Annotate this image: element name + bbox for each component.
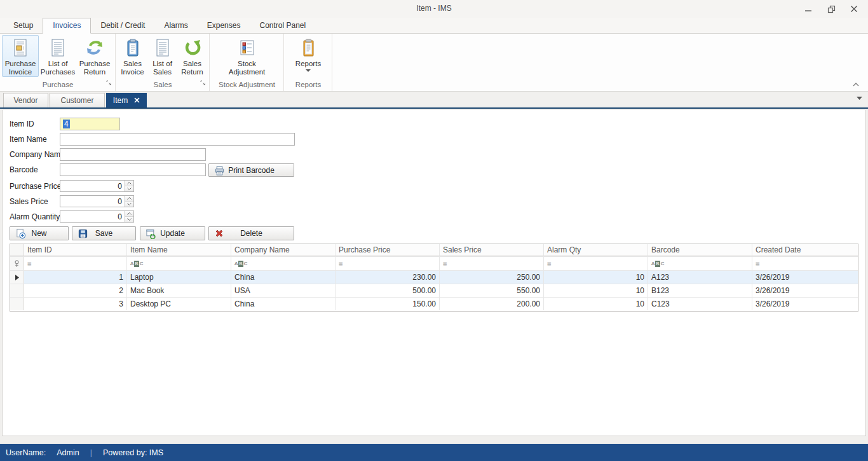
table-row[interactable]: 3 Desktop PC China 150.00 200.00 10 C123… [10,298,858,311]
ribbon-collapse-button[interactable] [850,80,862,89]
new-record-icon [15,228,26,239]
list-of-purchases-button[interactable]: List of Purchases [39,35,77,77]
item-name-field[interactable] [60,133,295,146]
cell-item-name[interactable]: Laptop [127,271,231,284]
cell-item-name[interactable]: Mac Book [127,284,231,297]
column-header-alarm-qty[interactable]: Alarm Qty [544,244,648,256]
ribbon-tab-expenses[interactable]: Expenses [198,18,250,33]
new-button[interactable]: New [10,226,69,240]
cell-barcode[interactable]: C123 [648,298,752,310]
cell-alarm-qty[interactable]: 10 [544,284,648,297]
save-icon [78,228,88,239]
ribbon-tab-setup[interactable]: Setup [4,18,43,33]
spin-down-button[interactable] [125,216,133,222]
cell-purchase-price[interactable]: 150.00 [336,298,440,310]
cell-item-name[interactable]: Desktop PC [127,298,231,310]
filter-cell-company-name[interactable]: ABC [231,257,336,270]
cell-item-id[interactable]: 1 [24,271,127,284]
cell-alarm-qty[interactable]: 10 [544,271,648,284]
company-name-label: Company Name [10,150,65,159]
column-header-sales-price[interactable]: Sales Price [440,244,544,256]
cell-company-name[interactable]: China [231,271,336,284]
alarm-quantity-field[interactable]: 0 [60,210,134,223]
status-separator: | [90,448,92,457]
print-barcode-label: Print Barcode [228,166,275,175]
sales-price-field[interactable]: 0 [60,195,134,207]
save-button[interactable]: Save [72,226,136,240]
tab-close-icon[interactable] [134,97,140,103]
restore-button[interactable] [822,1,840,17]
doc-tab-customer[interactable]: Customer [50,93,105,107]
cell-alarm-qty[interactable]: 10 [544,298,648,310]
sales-invoice-button[interactable]: Sales Invoice [118,35,147,77]
column-header-item-id[interactable]: Item ID [24,244,127,256]
filter-cell-item-name[interactable]: ABC [127,257,231,270]
filter-cell-sales-price[interactable]: = [440,257,544,270]
purchase-dialog-launcher-icon[interactable] [106,78,112,88]
column-header-barcode[interactable]: Barcode [648,244,752,256]
cell-purchase-price[interactable]: 500.00 [336,284,440,297]
column-header-purchase-price[interactable]: Purchase Price [336,244,440,256]
equals-filter-icon: = [339,260,342,268]
equals-filter-icon: = [547,260,551,268]
close-button[interactable] [845,1,863,17]
update-button[interactable]: Update [140,226,205,240]
powered-by-text: Powered by: IMS [103,448,163,457]
purchase-invoice-button[interactable]: Purchase Invoice [2,35,39,77]
filter-cell-created-date[interactable]: = [752,257,858,270]
column-header-company-name[interactable]: Company Name [231,244,336,256]
filter-cell-item-id[interactable]: = [24,257,127,270]
column-header-created-date[interactable]: Created Date [752,244,858,256]
ribbon-tab-control-panel[interactable]: Control Panel [250,18,315,33]
reports-button[interactable]: Reports [288,35,328,77]
minimize-button[interactable] [799,1,817,17]
ribbon-tab-debit-credit[interactable]: Debit / Credit [91,18,154,33]
doc-tab-item[interactable]: Item [106,93,147,107]
doc-tab-vendor[interactable]: Vendor [3,93,48,107]
purchase-return-button[interactable]: Purchase Return [77,35,112,77]
spin-up-button[interactable] [125,181,133,186]
list-of-sales-button[interactable]: List of Sales [147,35,177,77]
cell-purchase-price[interactable]: 230.00 [336,271,440,284]
document-tab-bar: Vendor Customer Item [0,92,868,109]
stock-adjustment-button[interactable]: Stock Adjustment [222,35,273,77]
cell-item-id[interactable]: 2 [24,284,127,297]
spin-down-button[interactable] [125,201,133,207]
reports-dropdown-arrow-icon [306,69,311,72]
cell-company-name[interactable]: USA [231,284,336,297]
print-barcode-button[interactable]: Print Barcode [208,163,294,177]
spin-down-button[interactable] [125,186,133,191]
barcode-field[interactable] [60,163,206,176]
cell-item-id[interactable]: 3 [24,298,127,310]
tab-list-dropdown-button[interactable] [857,91,862,102]
sales-price-value: 0 [60,196,125,207]
cell-barcode[interactable]: B123 [648,284,752,297]
ribbon-tab-invoices[interactable]: Invoices [43,18,91,34]
cell-created-date[interactable]: 3/26/2019 [752,298,858,310]
doc-tab-label: Customer [60,96,93,105]
filter-cell-barcode[interactable]: ABC [648,257,752,270]
spin-up-button[interactable] [125,196,133,201]
item-id-field[interactable]: 4 [60,118,120,130]
spin-up-button[interactable] [125,211,133,216]
table-row[interactable]: 1 Laptop China 230.00 250.00 10 A123 3/2… [10,271,858,284]
cell-barcode[interactable]: A123 [648,271,752,284]
purchase-price-field[interactable]: 0 [60,180,134,192]
cell-sales-price[interactable]: 200.00 [440,298,544,310]
cell-created-date[interactable]: 3/26/2019 [752,284,858,297]
delete-button[interactable]: Delete [208,226,294,240]
filter-cell-alarm-qty[interactable]: = [544,257,648,270]
column-header-item-name[interactable]: Item Name [127,244,231,256]
filter-cell-purchase-price[interactable]: = [336,257,440,270]
sales-return-button[interactable]: Sales Return [177,35,207,77]
cell-sales-price[interactable]: 250.00 [440,271,544,284]
cell-created-date[interactable]: 3/26/2019 [752,271,858,284]
ribbon-tab-alarms[interactable]: Alarms [154,18,197,33]
sales-dialog-launcher-icon[interactable] [200,78,206,88]
cell-sales-price[interactable]: 550.00 [440,284,544,297]
chevron-up-icon [853,83,859,86]
cell-company-name[interactable]: China [231,298,336,310]
company-name-field[interactable] [60,148,206,161]
item-id-value: 4 [63,120,70,128]
table-row[interactable]: 2 Mac Book USA 500.00 550.00 10 B123 3/2… [10,284,858,298]
